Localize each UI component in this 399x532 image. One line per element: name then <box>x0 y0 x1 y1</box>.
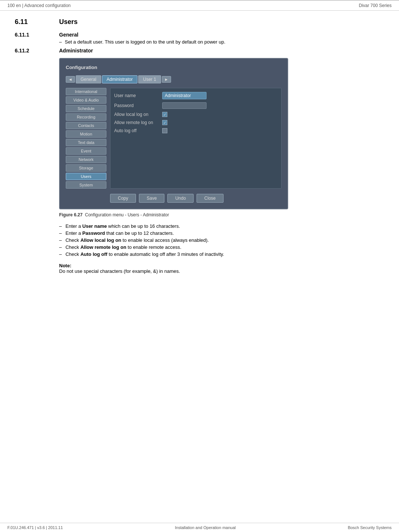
section-611-title: Users <box>59 18 384 26</box>
undo-button[interactable]: Undo <box>167 194 194 203</box>
nav-text-data[interactable]: Text data <box>66 139 106 146</box>
form-row-auto-logoff: Auto log off <box>114 128 277 133</box>
nav-recording[interactable]: Recording <box>66 113 106 121</box>
input-password[interactable] <box>162 102 207 109</box>
save-button[interactable]: Save <box>139 194 164 203</box>
form-row-password: Password <box>114 102 277 109</box>
label-local-logon: Allow local log on <box>114 112 162 117</box>
form-row-remote-logon: Allow remote log on ✓ <box>114 120 277 125</box>
nav-system[interactable]: System <box>66 181 106 189</box>
bullet-4: – Check Allow remote log on to enable re… <box>59 244 384 250</box>
checkbox-remote-logon[interactable]: ✓ <box>162 120 167 125</box>
config-footer: Copy Save Undo Close <box>66 194 282 203</box>
nav-storage[interactable]: Storage <box>66 164 106 172</box>
bullet-1: – Enter a User name which can be up to 1… <box>59 223 384 229</box>
section-6111-number: 6.11.1 <box>15 32 59 38</box>
header-right: Divar 700 Series <box>359 3 392 8</box>
nav-users[interactable]: Users <box>66 173 106 180</box>
figure-caption: Figure 6.27 Configuration menu - Users -… <box>59 212 384 217</box>
section-6111-content: General – Set a default user. This user … <box>59 32 384 45</box>
figure-label: Figure 6.27 <box>59 212 82 217</box>
form-row-local-logon: Allow local log on ✓ <box>114 112 277 117</box>
nav-motion[interactable]: Motion <box>66 130 106 138</box>
checkbox-local-logon[interactable]: ✓ <box>162 112 167 117</box>
main-content: 6.11 Users 6.11.1 General – Set a defaul… <box>0 11 399 292</box>
config-nav: International Video & Audio Schedule Rec… <box>66 88 106 189</box>
footer-left: F.01U.246.471 | v3.6 | 2011.11 <box>7 525 63 530</box>
bullet-2: – Enter a Password that can be up to 12 … <box>59 230 384 236</box>
nav-network[interactable]: Network <box>66 156 106 163</box>
section-6112-number: 6.11.2 <box>15 48 59 54</box>
tab-general[interactable]: General <box>76 75 101 83</box>
bullet-3: – Check Allow local log on to enable loc… <box>59 237 384 243</box>
section-6111: 6.11.1 General – Set a default user. Thi… <box>15 32 384 45</box>
note-section: Note: Do not use special characters (for… <box>59 263 384 274</box>
bullet-list: – Enter a User name which can be up to 1… <box>59 223 384 257</box>
tab-user1[interactable]: User 1 <box>138 75 161 83</box>
copy-button[interactable]: Copy <box>110 194 136 203</box>
section-6112: 6.11.2 Administrator Configuration ◄ Gen… <box>15 48 384 274</box>
close-button[interactable]: Close <box>197 194 224 203</box>
tab-administrator[interactable]: Administrator <box>102 75 138 83</box>
nav-schedule[interactable]: Schedule <box>66 105 106 112</box>
nav-video-audio[interactable]: Video & Audio <box>66 96 106 104</box>
header-left: 100 en | Advanced configuration <box>7 3 71 8</box>
config-form: User name Administrator Password Allow l… <box>110 88 282 189</box>
page-header: 100 en | Advanced configuration Divar 70… <box>0 0 399 11</box>
footer-right: Bosch Security Systems <box>348 525 392 530</box>
section-6112-content: Administrator Configuration ◄ General Ad… <box>59 48 384 274</box>
label-username: User name <box>114 93 162 98</box>
config-body: International Video & Audio Schedule Rec… <box>66 88 282 189</box>
page-footer: F.01U.246.471 | v3.6 | 2011.11 Installat… <box>0 523 399 532</box>
checkbox-auto-logoff[interactable] <box>162 128 167 133</box>
section-6111-bullet: – Set a default user. This user is logge… <box>59 39 384 45</box>
bullet-5: – Check Auto log off to enable automatic… <box>59 251 384 257</box>
nav-event[interactable]: Event <box>66 147 106 155</box>
tab-row: ◄ General Administrator User 1 ► <box>66 75 282 83</box>
config-panel: Configuration ◄ General Administrator Us… <box>59 58 288 209</box>
nav-contacts[interactable]: Contacts <box>66 122 106 129</box>
label-remote-logon: Allow remote log on <box>114 120 162 125</box>
section-611: 6.11 Users <box>15 18 384 26</box>
label-password: Password <box>114 103 162 108</box>
note-text: Do not use special characters (for examp… <box>59 268 384 274</box>
note-label: Note: <box>59 263 384 268</box>
section-611-number: 6.11 <box>15 18 59 26</box>
tab-arrow-left[interactable]: ◄ <box>66 76 75 83</box>
form-row-username: User name Administrator <box>114 92 277 99</box>
nav-international[interactable]: International <box>66 88 106 95</box>
tab-arrow-right[interactable]: ► <box>162 76 171 83</box>
figure-text: Configuration menu - Users - Administrat… <box>85 212 169 217</box>
label-auto-logoff: Auto log off <box>114 128 162 133</box>
footer-center: Installation and Operation manual <box>175 525 236 530</box>
value-username[interactable]: Administrator <box>162 92 207 99</box>
config-panel-title: Configuration <box>66 65 282 70</box>
